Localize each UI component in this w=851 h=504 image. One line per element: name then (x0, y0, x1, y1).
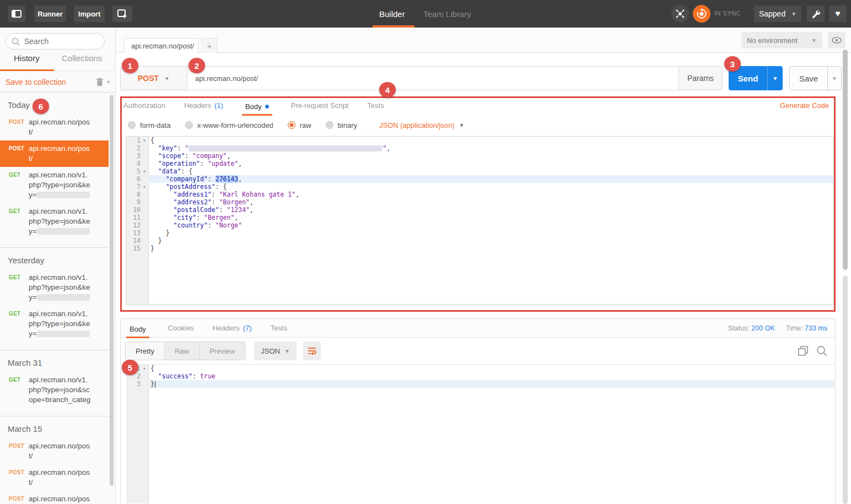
runner-button[interactable]: Runner (34, 6, 66, 22)
form-data-label[interactable]: form-data (140, 121, 171, 129)
raw-label[interactable]: raw (300, 121, 311, 129)
search-input[interactable] (24, 37, 96, 46)
line-number-gutter[interactable]: 8 (126, 191, 148, 198)
tab-response-headers[interactable]: Headers (7) (213, 324, 252, 332)
history-item[interactable]: GETapi.recman.no/v1.php?type=json&key= (0, 203, 109, 240)
tab-prerequest-script[interactable]: Pre-request Script (291, 101, 349, 110)
view-preview-button[interactable]: Preview (200, 342, 245, 360)
line-number-gutter[interactable]: 12 (126, 221, 148, 229)
radio-raw[interactable] (288, 121, 295, 129)
tab-body[interactable]: Body (242, 100, 272, 116)
request-body-editor[interactable]: 1▾{2 "key": "",3 "scope": "company",4 "o… (126, 136, 834, 305)
tab-response-tests[interactable]: Tests (271, 324, 287, 332)
history-item[interactable]: GETapi.recman.no/v1.php?type=json&key= (0, 306, 109, 342)
trash-icon[interactable] (96, 78, 104, 86)
response-format-dropdown[interactable]: JSON ▼ (254, 342, 297, 360)
url-input[interactable]: api.recman.no/post/ (187, 67, 679, 90)
line-number-gutter[interactable]: 13 (126, 229, 148, 237)
wrap-lines-button[interactable] (303, 342, 321, 360)
fold-arrow-icon[interactable]: ▾ (141, 365, 148, 372)
nav-tab-builder[interactable]: Builder (379, 0, 405, 28)
method-badge: GET (9, 170, 29, 200)
line-number-gutter[interactable]: 6 (126, 175, 148, 183)
view-pretty-button[interactable]: Pretty (126, 342, 165, 360)
history-item[interactable]: GETapi.recman.no/v1.php?type=json&scope=… (0, 372, 109, 408)
save-button[interactable]: Save (789, 66, 828, 90)
sidebar-scrollbar[interactable] (110, 95, 114, 486)
history-item[interactable]: POSTapi.recman.no/post/ (0, 140, 109, 167)
status-label: Status: (728, 324, 750, 332)
settings-button[interactable] (807, 6, 825, 22)
radio-x-www-form-urlencoded[interactable] (185, 121, 193, 129)
new-window-button[interactable] (112, 6, 132, 22)
history-item[interactable]: POSTapi.recman.no/post/ (0, 464, 109, 491)
history-item[interactable]: POSTapi.recman.no/post/ (0, 491, 109, 504)
method-badge: POST (9, 117, 29, 137)
save-options-chevron-icon[interactable]: ▼ (827, 66, 842, 90)
view-raw-button[interactable]: Raw (165, 342, 200, 360)
params-button[interactable]: Params (679, 67, 722, 90)
main-scrollbar-track[interactable] (843, 275, 848, 504)
tab-response-body[interactable]: Body (126, 323, 149, 338)
content-type-dropdown[interactable]: JSON (application/json) ▼ (379, 121, 464, 129)
trash-chevron-icon[interactable]: ▾ (107, 79, 110, 85)
line-number-gutter[interactable]: 11 (126, 214, 148, 221)
radio-binary[interactable] (326, 121, 333, 129)
line-number-gutter[interactable]: 1▾ (126, 137, 148, 144)
history-item[interactable]: GETapi.recman.no/v1.php?type=json&key= (0, 167, 109, 203)
copy-icon[interactable] (798, 345, 809, 356)
fold-arrow-icon[interactable]: ▾ (141, 137, 148, 144)
chevron-down-icon: ▼ (811, 37, 817, 44)
request-tab[interactable]: api.recman.no/post/ (124, 38, 198, 53)
binary-label[interactable]: binary (338, 121, 357, 129)
search-response-icon[interactable] (816, 345, 827, 356)
urlencoded-label[interactable]: x-www-form-urlencoded (197, 121, 273, 129)
history-item[interactable]: POSTapi.recman.no/post/ (0, 114, 109, 140)
response-body-editor[interactable]: 1▾{2 "success": true3} (126, 364, 834, 503)
tab-headers[interactable]: Headers (1) (184, 101, 223, 110)
favorites-button[interactable]: ♥ (829, 6, 847, 22)
annotation-badge-6: 6 (33, 99, 49, 114)
fold-arrow-icon[interactable]: ▾ (141, 167, 148, 175)
user-menu-dropdown[interactable]: Sapped ▼ (754, 6, 801, 22)
chevron-down-icon: ▼ (164, 75, 170, 82)
tab-response-cookies[interactable]: Cookies (168, 324, 194, 332)
tab-history[interactable]: History (14, 53, 40, 71)
main-scrollbar-thumb[interactable] (843, 50, 848, 270)
history-item[interactable]: POSTapi.recman.no/post/ (0, 438, 109, 464)
generate-code-link[interactable]: Generate Code (780, 101, 829, 110)
fold-arrow-icon[interactable]: ▾ (141, 183, 148, 191)
history-item[interactable]: GETapi.recman.no/v1.php?type=json&key= (0, 269, 109, 306)
tab-tests[interactable]: Tests (367, 101, 384, 110)
line-number-gutter[interactable]: 4 (126, 160, 148, 167)
history-item-url: api.recman.no/post/ (29, 441, 106, 461)
line-number-gutter[interactable]: 10 (126, 206, 148, 214)
text-cursor (155, 381, 156, 388)
line-number-gutter[interactable]: 2 (126, 144, 148, 152)
tab-collections[interactable]: Collections (62, 53, 102, 71)
line-number-gutter[interactable]: 9 (126, 198, 148, 206)
line-number-gutter[interactable]: 15 (126, 245, 148, 252)
environment-preview-button[interactable] (828, 32, 845, 48)
code-text: "address1": "Karl Kohans gate 1", (148, 191, 833, 198)
line-number-gutter[interactable]: 3 (126, 380, 148, 388)
nav-tab-team-library[interactable]: Team Library (423, 0, 471, 28)
environment-dropdown[interactable]: No environment ▼ (741, 32, 822, 48)
save-to-collection-link[interactable]: Save to collection (6, 78, 96, 86)
sync-status-button[interactable] (693, 5, 710, 23)
line-number-gutter[interactable]: 5▾ (126, 167, 148, 175)
radio-form-data[interactable] (128, 121, 136, 129)
import-button[interactable]: Import (74, 6, 105, 22)
line-number-gutter[interactable]: 3 (126, 152, 148, 160)
interceptor-button[interactable] (671, 5, 689, 23)
search-box[interactable] (6, 33, 105, 50)
format-label: JSON (261, 347, 280, 355)
send-options-chevron-icon[interactable]: ▼ (767, 66, 783, 90)
line-number-gutter[interactable]: 7▾ (126, 183, 148, 191)
tab-authorization[interactable]: Authorization (123, 101, 165, 110)
redacted-key-blur (37, 192, 90, 198)
line-number-gutter[interactable]: 14 (126, 237, 148, 245)
sidebar-toggle-button[interactable] (8, 6, 25, 22)
new-request-tab-button[interactable]: + (202, 38, 217, 53)
code-text: "scope": "company", (148, 152, 833, 160)
